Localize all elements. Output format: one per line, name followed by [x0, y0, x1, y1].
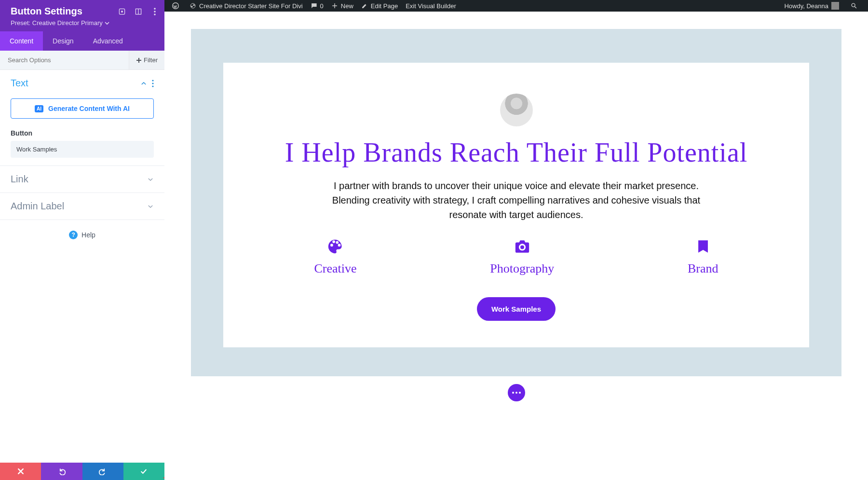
exit-visual-builder[interactable]: Exit Visual Builder — [402, 0, 460, 12]
chevron-down-icon — [105, 21, 109, 26]
settings-tabs: Content Design Advanced — [0, 31, 164, 51]
palette-icon — [327, 238, 343, 255]
svg-point-14 — [152, 85, 153, 87]
cancel-button[interactable] — [0, 463, 41, 480]
hero-subtext: I partner with brands to uncover their u… — [324, 178, 709, 222]
ai-icon: AI — [35, 105, 43, 112]
features-row: Creative Photography Brand — [247, 238, 785, 276]
svg-rect-2 — [191, 6, 193, 7]
comments-count: 0 — [320, 2, 324, 10]
tab-design[interactable]: Design — [43, 31, 83, 51]
save-button[interactable] — [123, 463, 164, 480]
new-label: New — [341, 2, 353, 10]
avatar-icon — [831, 2, 839, 10]
svg-rect-3 — [193, 4, 195, 6]
svg-point-11 — [154, 14, 156, 15]
responsive-icon[interactable] — [116, 6, 128, 19]
preset-dropdown[interactable]: Preset: Creative Director Primary — [11, 19, 154, 27]
feature-brand: Brand — [688, 238, 719, 276]
plus-icon — [136, 57, 142, 63]
search-input[interactable] — [0, 51, 129, 69]
author-avatar — [500, 94, 533, 126]
page-canvas: I Help Brands Reach Their Full Potential… — [164, 12, 868, 480]
wp-admin-bar: Creative Director Starter Site For Divi … — [164, 0, 868, 12]
work-samples-button[interactable]: Work Samples — [477, 297, 556, 321]
builder-fab[interactable] — [508, 384, 525, 401]
section-link: Link — [0, 166, 164, 193]
button-field-label: Button — [11, 129, 154, 137]
undo-button[interactable] — [41, 463, 82, 480]
help-link[interactable]: ? Help — [0, 220, 164, 250]
generate-ai-button[interactable]: AI Generate Content With AI — [11, 98, 154, 119]
camera-icon — [514, 238, 530, 255]
account-menu[interactable]: Howdy, Deanna — [780, 0, 843, 12]
menu-icon[interactable] — [149, 6, 161, 19]
feature-photography: Photography — [490, 238, 554, 276]
svg-point-13 — [152, 82, 153, 84]
hero-card: I Help Brands Reach Their Full Potential… — [223, 63, 809, 347]
button-text-input[interactable]: Work Samples — [11, 141, 154, 158]
svg-point-0 — [173, 3, 179, 9]
options-search-row: Filter — [0, 51, 164, 70]
section-admin-header[interactable]: Admin Label — [11, 201, 154, 212]
layout-icon[interactable] — [133, 6, 144, 19]
svg-point-12 — [152, 80, 153, 81]
section-link-header[interactable]: Link — [11, 174, 154, 185]
chevron-up-icon — [140, 80, 147, 87]
help-icon: ? — [69, 231, 78, 239]
section-text-header[interactable]: Text — [11, 78, 154, 89]
feature-creative: Creative — [314, 238, 356, 276]
bookmark-icon — [695, 238, 711, 255]
new-content[interactable]: New — [327, 0, 357, 12]
hero-headline: I Help Brands Reach Their Full Potential — [247, 138, 785, 168]
edit-page[interactable]: Edit Page — [357, 0, 402, 12]
settings-sidebar: Button Settings Preset: Creative Directo… — [0, 0, 164, 480]
section-text: Text AI Generate Content With AI Button … — [0, 70, 164, 166]
filter-button[interactable]: Filter — [129, 51, 164, 69]
settings-actions — [0, 463, 164, 480]
tab-advanced[interactable]: Advanced — [83, 31, 133, 51]
section-admin-label: Admin Label — [0, 193, 164, 220]
admin-search[interactable] — [847, 0, 864, 12]
more-icon[interactable] — [152, 80, 154, 87]
svg-point-4 — [852, 3, 855, 7]
wp-logo[interactable] — [168, 0, 186, 12]
settings-header: Button Settings Preset: Creative Directo… — [0, 0, 164, 31]
tab-content[interactable]: Content — [0, 31, 43, 51]
chevron-down-icon — [147, 176, 154, 183]
svg-point-6 — [121, 11, 123, 13]
svg-point-9 — [154, 8, 156, 10]
comments[interactable]: 0 — [307, 0, 327, 12]
site-switcher[interactable]: Creative Director Starter Site For Divi — [186, 0, 307, 12]
svg-point-10 — [154, 11, 156, 13]
redo-button[interactable] — [82, 463, 123, 480]
site-title: Creative Director Starter Site For Divi — [199, 2, 303, 10]
chevron-down-icon — [147, 203, 154, 210]
